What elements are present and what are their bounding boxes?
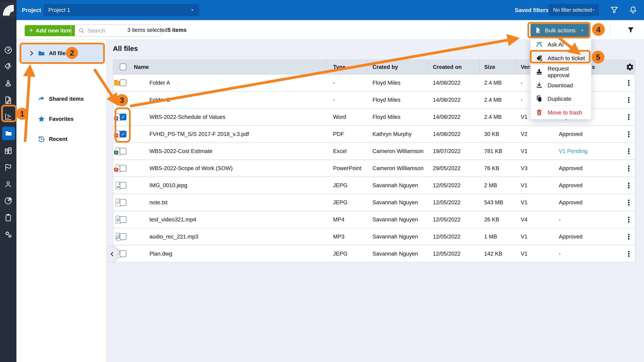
file-created-by: Savannah Nguyen [372, 245, 418, 262]
file-status: Approved [559, 177, 582, 194]
file-created-on: 12/05/2022 [433, 245, 460, 262]
file-name[interactable]: audio_rec_221.mp3 [150, 228, 198, 245]
row-kebab-menu-icon[interactable]: ⋮ [624, 91, 634, 108]
rail-files-item-active[interactable] [2, 127, 15, 140]
sidebar-collapse-handle[interactable] [107, 246, 118, 262]
row-kebab-menu-icon[interactable]: ⋮ [624, 177, 634, 194]
bell-icon[interactable] [628, 5, 638, 14]
rail-flag-icon[interactable] [4, 163, 13, 172]
sidebar-item-all-files[interactable]: All files [18, 44, 103, 62]
menu-item-request-approval[interactable]: Request approval [530, 65, 591, 79]
file-version: - [521, 74, 522, 91]
file-size: 142 KB [484, 245, 502, 262]
row-kebab-menu-icon[interactable]: ⋮ [624, 126, 634, 142]
menu-item-duplicate[interactable]: Duplicate [530, 92, 591, 105]
attach-ticket-icon [536, 54, 543, 62]
row-checkbox[interactable] [120, 96, 126, 103]
row-kebab-menu-icon[interactable]: ⋮ [624, 245, 634, 262]
column-header-created-on[interactable]: Created on [433, 60, 462, 74]
file-created-by: Floyd Miles [372, 91, 400, 108]
column-header-type[interactable]: Type [333, 60, 346, 74]
trash-icon [536, 109, 543, 116]
add-new-item-button[interactable]: + Add new item [25, 25, 76, 36]
file-type: PDF [333, 126, 344, 142]
file-created-by: Savannah Nguyen [372, 211, 418, 228]
row-checkbox[interactable]: ✓ [120, 131, 126, 137]
file-name[interactable]: Folder B [150, 91, 170, 108]
file-size: 1 MB [484, 228, 497, 245]
file-size: 2 MB [484, 177, 497, 194]
file-name[interactable]: note.txt [150, 194, 168, 211]
row-kebab-menu-icon[interactable]: ⋮ [624, 194, 634, 211]
file-name[interactable]: Folder A [150, 74, 170, 91]
filter-funnel-icon[interactable] [610, 5, 619, 14]
rail-person-icon[interactable] [4, 180, 13, 189]
rail-tags-icon[interactable] [4, 62, 13, 71]
duplicate-icon [536, 95, 543, 102]
row-checkbox[interactable]: ✓ [120, 114, 126, 120]
select-all-checkbox[interactable] [120, 63, 126, 70]
menu-item-move-to-trash[interactable]: Move to trash [530, 106, 591, 119]
project-select[interactable]: Project 1 [44, 4, 199, 16]
file-created-by: Savannah Nguyen [372, 177, 418, 194]
column-header-size[interactable]: Size [484, 60, 495, 74]
rail-dashboard-icon[interactable] [4, 45, 13, 55]
row-kebab-menu-icon[interactable]: ⋮ [624, 74, 634, 91]
saved-filter-select[interactable]: No filter selected [548, 4, 599, 16]
bulk-actions-menu: Ask AIAttach to ticketRequest approvalDo… [530, 37, 591, 119]
file-size: 26 KB [484, 211, 499, 228]
file-status: - [559, 245, 561, 262]
app-logo[interactable] [0, 0, 16, 20]
file-name[interactable]: WBS-2022-Scope of Work (SOW) [150, 160, 232, 177]
rail-person-pin-icon[interactable] [4, 79, 13, 88]
row-checkbox[interactable] [120, 250, 126, 257]
file-name[interactable]: test_video321.mp4 [150, 211, 196, 228]
sidebar-item-favorites[interactable]: Favorites [18, 110, 103, 128]
row-checkbox[interactable] [120, 148, 126, 155]
chevron-right-icon [28, 50, 35, 57]
rail-buildings-icon[interactable] [4, 146, 13, 155]
column-header-name[interactable]: Name [134, 60, 149, 74]
file-created-by: Floyd Miles [372, 74, 400, 91]
row-checkbox[interactable] [120, 233, 126, 240]
row-checkbox[interactable] [120, 79, 126, 86]
column-header-status-fragment: s [592, 60, 595, 74]
file-type: - [333, 74, 335, 91]
column-header-crated-by[interactable]: Crated by [372, 60, 398, 74]
row-kebab-menu-icon[interactable]: ⋮ [624, 160, 634, 177]
file-name[interactable]: FVHD_PS-TM_S/S 2017-F 2018_v.3.pdf [150, 126, 249, 142]
file-status[interactable]: V1 Pending [559, 143, 588, 160]
row-kebab-menu-icon[interactable]: ⋮ [624, 109, 634, 125]
file-created-on: 12/05/2022 [433, 228, 460, 245]
rail-gears-icon[interactable] [4, 230, 13, 239]
rail-pie-chart-icon[interactable] [4, 196, 13, 205]
row-kebab-menu-icon[interactable]: ⋮ [624, 228, 634, 245]
filter-funnel-filled-icon[interactable] [626, 26, 635, 34]
file-status: Approved [559, 194, 582, 211]
file-name[interactable]: Plan.dwg [150, 245, 172, 262]
file-name[interactable]: WBS-2022-Schedule of Values [150, 109, 225, 125]
row-checkbox[interactable] [120, 199, 126, 206]
menu-item-ask-ai[interactable]: Ask AI [530, 38, 591, 51]
sidebar-item-shared-items[interactable]: Shared items [18, 90, 103, 108]
sidebar-item-recent[interactable]: Recent [18, 130, 103, 148]
menu-item-label: Ask AI [548, 41, 564, 48]
file-size: 543 MB [484, 194, 503, 211]
file-created-on: 29/05/2022 [433, 160, 460, 177]
file-name[interactable]: IMG_0010.jepg [150, 177, 187, 194]
row-checkbox[interactable] [120, 216, 126, 223]
rail-clipboard-icon[interactable] [4, 213, 13, 222]
row-checkbox[interactable] [120, 182, 126, 189]
rail-gantt-chart-icon[interactable] [4, 112, 13, 121]
file-created-on: 12/05/2022 [433, 177, 460, 194]
bulk-actions-button[interactable]: Bulk actions [530, 24, 589, 37]
rail-document-edit-icon[interactable] [4, 96, 13, 105]
file-name[interactable]: WBS-2022-Cost Estimate [150, 143, 212, 160]
menu-item-attach-to-ticket[interactable]: Attach to ticket [530, 51, 591, 65]
menu-item-download[interactable]: Download [530, 79, 591, 92]
star-icon [38, 115, 45, 123]
row-kebab-menu-icon[interactable]: ⋮ [624, 211, 634, 228]
gear-icon[interactable] [626, 63, 634, 71]
row-checkbox[interactable] [120, 165, 126, 172]
row-kebab-menu-icon[interactable]: ⋮ [624, 143, 634, 160]
